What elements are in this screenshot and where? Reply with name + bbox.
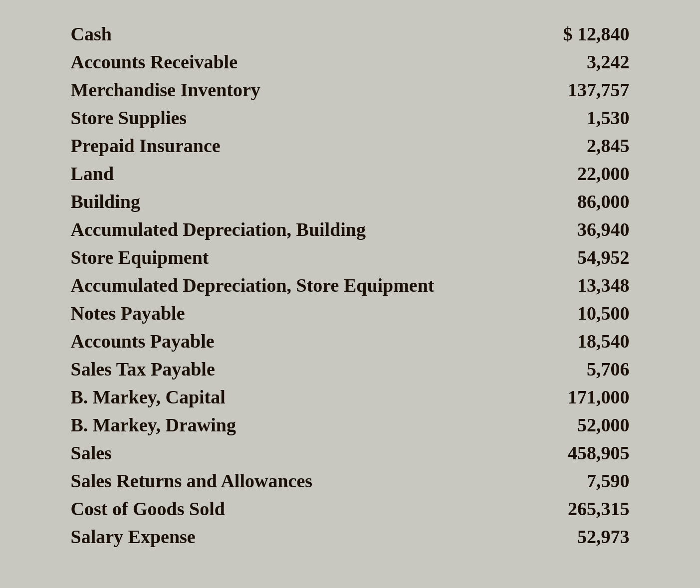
- table-row: Prepaid Insurance2,845: [71, 132, 630, 160]
- account-name: Notes Payable: [71, 302, 530, 324]
- table-row: Accounts Receivable3,242: [71, 48, 630, 76]
- table-row: Salary Expense52,973: [71, 523, 630, 551]
- account-value: 7,590: [530, 470, 630, 492]
- account-name: B. Markey, Capital: [71, 386, 530, 408]
- account-value: 18,540: [530, 330, 630, 352]
- account-value: 171,000: [530, 386, 630, 408]
- table-row: Sales Returns and Allowances7,590: [71, 467, 630, 495]
- account-name: Merchandise Inventory: [71, 79, 530, 101]
- table-row: Store Supplies1,530: [71, 104, 630, 132]
- account-value: 52,000: [530, 414, 630, 436]
- table-row: Accumulated Depreciation, Building36,940: [71, 215, 630, 243]
- account-name: Building: [71, 191, 530, 212]
- account-name: Accumulated Depreciation, Building: [71, 218, 530, 240]
- account-value: 52,973: [530, 526, 630, 548]
- account-name: Accumulated Depreciation, Store Equipmen…: [71, 274, 530, 296]
- table-row: Sales Tax Payable5,706: [71, 355, 630, 383]
- account-value: 2,845: [530, 135, 630, 157]
- table-row: B. Markey, Capital171,000: [71, 383, 630, 411]
- table-row: Cost of Goods Sold265,315: [71, 495, 630, 523]
- account-value: 1,530: [530, 107, 630, 129]
- table-row: Merchandise Inventory137,757: [71, 76, 630, 104]
- account-name: Sales Returns and Allowances: [71, 470, 530, 492]
- account-name: Cost of Goods Sold: [71, 498, 530, 520]
- account-value: 5,706: [530, 358, 630, 380]
- account-name: Land: [71, 163, 530, 185]
- account-value: 86,000: [530, 191, 630, 212]
- table-row: Building86,000: [71, 188, 630, 215]
- account-value: 12,840: [530, 23, 630, 45]
- account-value: 10,500: [530, 302, 630, 324]
- table-row: Land22,000: [71, 160, 630, 188]
- account-name: Accounts Receivable: [71, 51, 530, 73]
- account-name: Sales Tax Payable: [71, 358, 530, 380]
- account-value: 265,315: [530, 498, 630, 520]
- table-row: Store Equipment54,952: [71, 243, 630, 271]
- table-row: Accumulated Depreciation, Store Equipmen…: [71, 271, 630, 299]
- account-name: Sales: [71, 442, 530, 464]
- account-name: Prepaid Insurance: [71, 135, 530, 157]
- account-value: 458,905: [530, 442, 630, 464]
- account-value: 36,940: [530, 218, 630, 240]
- account-value: 137,757: [530, 79, 630, 101]
- account-value: 13,348: [530, 274, 630, 296]
- account-name: Accounts Payable: [71, 330, 530, 352]
- account-name: Cash: [71, 23, 530, 45]
- table-row: Sales458,905: [71, 439, 630, 467]
- table-row: Cash12,840: [71, 20, 630, 48]
- account-value: 22,000: [530, 163, 630, 185]
- account-value: 54,952: [530, 246, 630, 268]
- account-value: 3,242: [530, 51, 630, 73]
- account-name: Store Equipment: [71, 246, 530, 268]
- account-name: Store Supplies: [71, 107, 530, 129]
- account-name: B. Markey, Drawing: [71, 414, 530, 436]
- account-name: Salary Expense: [71, 526, 530, 548]
- table-row: Accounts Payable18,540: [71, 327, 630, 355]
- ledger-container: Cash12,840Accounts Receivable3,242Mercha…: [51, 10, 650, 561]
- table-row: B. Markey, Drawing52,000: [71, 411, 630, 439]
- table-row: Notes Payable10,500: [71, 299, 630, 327]
